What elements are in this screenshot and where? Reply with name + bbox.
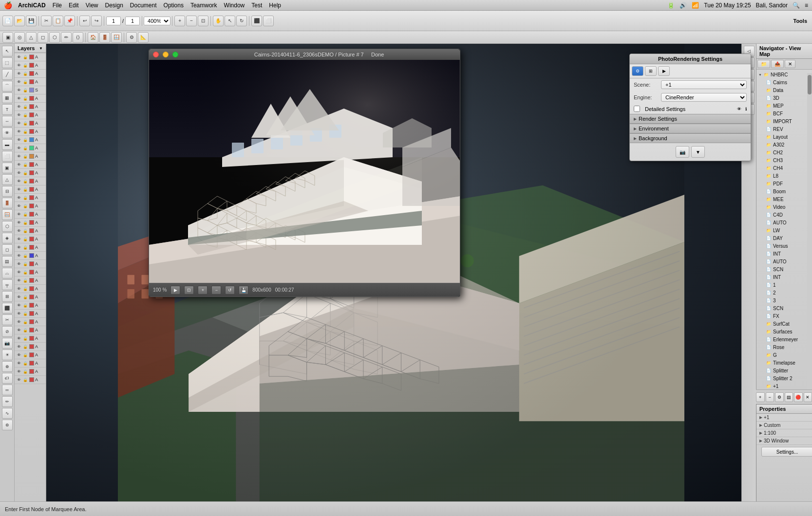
tb2-btn5[interactable]: ⬡ [49,32,60,43]
menu-document[interactable]: Document [130,2,157,9]
tool-door[interactable]: 🚪 [2,198,13,208]
sidebar-ctrl-5[interactable]: 🔴 [794,392,803,402]
layer-eye-icon[interactable]: 👁 [16,335,22,342]
sidebar-ctrl-4[interactable]: ▤ [785,392,793,402]
nav-item[interactable]: 📁BCF [756,110,812,117]
layer-row[interactable]: 👁🔒A [15,301,46,310]
layer-eye-icon[interactable]: 👁 [16,351,22,358]
layer-eye-icon[interactable]: 👁 [16,277,22,284]
tb2-btn10[interactable]: 🪟 [111,32,122,43]
background-section[interactable]: ▶ Background [630,133,751,143]
nav-item[interactable]: 📄1 [756,281,812,289]
render-save[interactable]: 💾 [239,286,248,295]
nav-item[interactable]: 📁Timelapse [756,359,812,367]
view-button[interactable]: ⬜ [263,16,274,26]
layer-eye-icon[interactable]: 👁 [16,368,22,375]
layer-row[interactable]: 👁🔒A [15,334,46,343]
layer-eye-icon[interactable]: 👁 [16,62,22,69]
render-reset[interactable]: ↺ [225,286,235,295]
tool-slab[interactable]: ▣ [2,163,13,173]
layer-row[interactable]: 👁🔒A [15,318,46,326]
layer-eye-icon[interactable]: 👁 [16,318,22,325]
tool-survey[interactable]: ⊕ [2,361,13,372]
photo-tab-view[interactable]: ⊞ [645,66,657,76]
layer-row[interactable]: 👁🔒A [15,78,46,86]
tool-roof[interactable]: △ [2,174,13,185]
tool-line[interactable]: ╱ [2,69,13,80]
layer-row[interactable]: 👁🔒A [15,368,46,376]
tool-zone[interactable]: ⬛ [2,303,13,313]
tool-section[interactable]: ⊘ [2,326,13,337]
tool-curtain[interactable]: ▤ [2,256,13,267]
layer-eye-icon[interactable]: 👁 [16,145,22,151]
layer-eye-icon[interactable]: 👁 [16,269,22,276]
nav-item[interactable]: 📄C4D [756,211,812,219]
nav-item[interactable]: 📁CH2 [756,148,812,156]
minimize-button[interactable] [163,52,169,57]
layers-menu-icon[interactable]: ▼ [39,46,43,51]
close-button[interactable] [153,52,159,57]
layer-eye-icon[interactable]: 👁 [16,128,22,135]
nav-item[interactable]: 📁A302 [756,141,812,148]
scrollbar-thumb[interactable] [808,75,812,94]
nav-item[interactable]: 📄2 [756,289,812,296]
layer-row[interactable]: 👁🔒A [15,210,46,219]
page-total-input[interactable] [125,17,140,25]
scene-select[interactable]: +1 [661,80,747,89]
tool-label[interactable]: 🏷 [2,373,13,384]
layer-row[interactable]: 👁🔒A [15,94,46,103]
tb2-btn11[interactable]: ⚙ [126,32,137,43]
tool-cut[interactable]: ✂ [2,314,13,325]
nav-item[interactable]: 📁MEP [756,102,812,110]
tb2-btn7[interactable]: ⟨⟩ [73,32,83,43]
layer-row[interactable]: 👁🔒A [15,111,46,119]
layer-row[interactable]: 👁🔒A [15,310,46,318]
nav-item[interactable]: 📄AUTO [756,219,812,226]
tool-sun[interactable]: ☀ [2,350,13,360]
layer-eye-icon[interactable]: 👁 [16,236,22,242]
nav-item[interactable]: 📁Video [756,203,812,211]
nav-item[interactable]: 📁CH3 [756,156,812,164]
layer-row[interactable]: 👁🔒A [15,219,46,227]
nav-item[interactable]: 📄Rose [756,343,812,351]
render-settings-section[interactable]: ▶ Render Settings [630,114,751,124]
nav-item[interactable]: 📄Splitter [756,367,812,374]
redo-button[interactable]: ↪ [91,16,102,26]
layer-row[interactable]: 👁🔒A [15,202,46,210]
maximize-button[interactable] [172,52,178,57]
nav-tab-publish[interactable]: 📤 [771,60,784,68]
nav-item[interactable]: 📁CH4 [756,164,812,172]
layer-row[interactable]: 👁🔒A [15,144,46,152]
zoom-select[interactable]: 400% 200% 100% 50% [144,17,170,25]
rotate-button[interactable]: ↻ [236,16,247,26]
select-button[interactable]: ↖ [225,16,235,26]
nav-item[interactable]: 📄Splitter 2 [756,374,812,382]
layer-eye-icon[interactable]: 👁 [16,360,22,367]
tool-wall[interactable]: ▬ [2,139,13,150]
save-button[interactable]: 💾 [26,16,37,26]
nav-item[interactable]: 📁+1 [756,382,812,390]
menu-file[interactable]: File [53,2,62,9]
settings-icon[interactable]: 👁 [737,107,741,111]
tb2-btn6[interactable]: ✏ [61,32,72,43]
navigator-scrollbar[interactable] [807,73,812,404]
tb2-btn2[interactable]: ◎ [14,32,25,43]
layer-eye-icon[interactable]: 👁 [16,111,22,118]
menu-options[interactable]: Options [164,2,184,9]
view3d-button[interactable]: ⬛ [251,16,262,26]
layer-row[interactable]: 👁🔒A [15,194,46,202]
layer-row[interactable]: 👁🔒A [15,351,46,359]
layer-eye-icon[interactable]: 👁 [16,302,22,309]
layer-eye-icon[interactable]: 👁 [16,252,22,259]
new-button[interactable]: 📄 [2,16,13,26]
layer-row[interactable]: 👁🔒A [15,61,46,70]
render-play-button[interactable]: ▶ [170,286,180,295]
tool-shell[interactable]: ⌓ [2,268,13,278]
menu-help[interactable]: Help [269,2,281,9]
layer-row[interactable]: 👁🔒A [15,293,46,301]
layer-eye-icon[interactable]: 👁 [16,186,22,193]
search-icon[interactable]: 🔍 [793,2,800,9]
layer-eye-icon[interactable]: 👁 [16,376,22,383]
tb2-btn3[interactable]: △ [26,32,37,43]
render-down-button[interactable]: ▼ [691,146,705,158]
